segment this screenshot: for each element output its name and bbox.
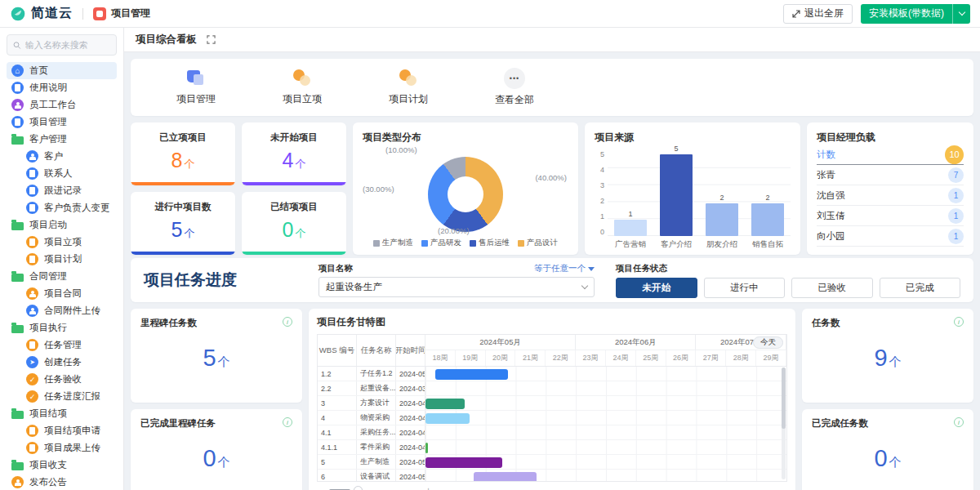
gantt-week: 29周 [756, 350, 786, 366]
doc-icon [26, 185, 38, 197]
task-progress-bar: 项目任务进度 项目名称 等于任意一个 起重设备生产 [131, 258, 973, 302]
y-tick: 0 [600, 229, 604, 236]
quick-link-3[interactable]: 查看全部 [488, 68, 541, 107]
info-icon[interactable] [954, 317, 964, 327]
tab-bar: 项目综合看板 [124, 28, 980, 52]
info-icon[interactable] [954, 417, 964, 427]
brand[interactable]: 简道云 [10, 5, 73, 22]
gantt-bar[interactable] [474, 472, 537, 482]
gantt-row: 1.2子任务1.22024-05-0 [318, 367, 786, 381]
quick-link-label: 项目立项 [283, 92, 322, 106]
donut-callout: (30.00%) [363, 185, 394, 194]
sidebar-item-15[interactable]: 项目执行 [7, 319, 117, 336]
sidebar-item-5[interactable]: 客户 [7, 148, 117, 165]
panel-title: 项目任务甘特图 [317, 315, 787, 329]
gantt-scrollbar[interactable] [782, 368, 786, 479]
sidebar-item-12[interactable]: 合同管理 [7, 268, 117, 285]
gantt-bar[interactable] [425, 443, 428, 453]
sidebar-item-8[interactable]: 客户负责人变更 [7, 199, 117, 216]
manager-count-badge: 1 [948, 208, 964, 224]
info-icon[interactable] [283, 317, 292, 327]
sidebar-item-7[interactable]: 跟进记录 [7, 182, 117, 199]
zoom-out-button[interactable]: − [317, 486, 323, 490]
quick-link-0[interactable]: 项目管理 [170, 69, 222, 106]
legend-item: 生产制造 [373, 238, 413, 248]
sidebar-item-10[interactable]: 项目立项 [7, 234, 117, 251]
sidebar-item-9[interactable]: 项目启动 [7, 216, 117, 234]
status-button-2[interactable]: 已验收 [791, 278, 873, 298]
install-dropdown-toggle[interactable] [952, 4, 970, 24]
kpi-value: 0 [874, 445, 887, 471]
sidebar-item-24[interactable]: 发布公告 [7, 474, 117, 490]
sidebar-item-17[interactable]: 创建任务 [7, 354, 117, 371]
quick-link-1[interactable]: 项目立项 [276, 69, 328, 106]
task-status-filter: 项目任务状态 未开始进行中已验收已完成 [616, 263, 960, 298]
sidebar-item-2[interactable]: 员工工作台 [7, 96, 117, 114]
zoom-slider-handle[interactable] [354, 486, 363, 490]
gantt-month: 2024年05月 [425, 335, 576, 350]
sidebar-item-11[interactable]: 项目计划 [7, 251, 117, 268]
gantt-week: 27周 [696, 350, 726, 366]
gantt-cell-name: 生产制造 [357, 455, 396, 469]
kpi-unit: 个 [218, 455, 230, 469]
sidebar-item-19[interactable]: 任务进度汇报 [7, 388, 117, 405]
sidebar-item-label: 项目立项 [44, 236, 82, 248]
gantt-bar[interactable] [425, 413, 470, 424]
y-tick: 4 [600, 167, 604, 174]
sidebar-item-0[interactable]: 首页 [7, 62, 117, 79]
bar-value-label: 5 [674, 145, 678, 153]
project-select[interactable]: 起重设备生产 [318, 277, 595, 297]
gantt-bar[interactable] [425, 399, 465, 409]
gantt-panel: 项目任务甘特图 WBS 编号任务名称开始时间 2024年05月2024年06月2… [309, 309, 795, 490]
sidebar-item-3[interactable]: 项目管理 [7, 114, 117, 131]
sidebar-item-20[interactable]: 项目结项 [7, 405, 117, 422]
status-button-0[interactable]: 未开始 [616, 278, 697, 298]
bar-value-label: 2 [765, 194, 769, 202]
install-template-label: 安装模板(带数据) [861, 4, 952, 24]
today-button[interactable]: 今天 [753, 336, 783, 349]
quick-link-2[interactable]: 项目计划 [382, 69, 434, 106]
stat-title: 进行中项目数 [131, 201, 235, 213]
kpi-value: 5 [203, 345, 216, 371]
gantt-col-header: WBS 编号 [318, 335, 357, 366]
circles-icon [399, 69, 418, 88]
gantt-rows: 1.2子任务1.22024-05-02.2起重设备...2024-03-33方案… [318, 367, 786, 481]
sidebar-item-22[interactable]: 项目成果上传 [7, 439, 117, 457]
filter-operator-link[interactable]: 等于任意一个 [534, 263, 595, 274]
gantt-cell-wbs: 4 [318, 411, 357, 425]
status-button-3[interactable]: 已完成 [880, 278, 961, 298]
sidebar-item-18[interactable]: 任务验收 [7, 371, 117, 388]
dashboard-tab[interactable]: 项目综合看板 [136, 33, 197, 47]
sidebar-item-23[interactable]: 项目收支 [7, 457, 117, 474]
gantt-bar[interactable] [435, 369, 507, 380]
zoom-in-button[interactable]: + [425, 486, 431, 490]
app-chip[interactable]: 项目管理 [93, 7, 150, 20]
gantt-bar[interactable] [425, 457, 502, 468]
sidebar-item-1[interactable]: 使用说明 [7, 79, 117, 96]
kpi-value: 0 [203, 445, 216, 471]
sidebar-item-label: 合同管理 [29, 270, 67, 283]
manager-count-badge: 7 [948, 167, 964, 183]
search-input[interactable] [25, 40, 110, 50]
donut-hole [448, 176, 483, 212]
exit-fullscreen-button[interactable]: 退出全屏 [783, 4, 853, 24]
install-template-button[interactable]: 安装模板(带数据) [861, 4, 970, 24]
fullscreen-expand-icon[interactable] [207, 35, 216, 44]
sidebar-search[interactable] [7, 34, 117, 56]
legend-label: 产品设计 [527, 238, 558, 248]
kpi-card: 已完成任务数0个 [802, 409, 973, 490]
sidebar-item-4[interactable]: 客户管理 [7, 131, 117, 148]
stat-unit: 个 [184, 158, 194, 170]
sidebar-item-16[interactable]: 任务管理 [7, 336, 117, 354]
sidebar-item-6[interactable]: 联系人 [7, 165, 117, 182]
exit-fullscreen-icon [792, 10, 800, 18]
sidebar-item-21[interactable]: 项目结项申请 [7, 422, 117, 439]
status-button-1[interactable]: 进行中 [704, 278, 786, 298]
sidebar-item-13[interactable]: 项目合同 [7, 285, 117, 302]
stat-value: 4 [283, 149, 294, 172]
stat-accent-bar [131, 252, 235, 255]
sidebar-item-14[interactable]: 合同附件上传 [7, 302, 117, 319]
folder-icon [11, 222, 24, 230]
info-icon[interactable] [283, 417, 292, 427]
gantt-month: 2024年06月 [576, 335, 696, 350]
